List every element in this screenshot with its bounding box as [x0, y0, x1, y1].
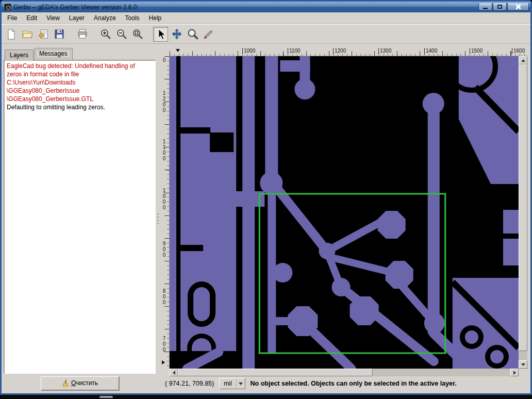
- ruler-label: 800: [161, 288, 167, 305]
- open-button[interactable]: [20, 27, 35, 42]
- chevron-down-icon: [239, 383, 243, 385]
- message-line: C:\Users\Yuri\Downloads: [7, 78, 153, 87]
- ruler-label: 1200: [333, 48, 346, 54]
- horizontal-scroll-thumb[interactable]: [178, 369, 373, 376]
- minimize-icon: [483, 8, 488, 9]
- minimize-button[interactable]: [478, 3, 492, 11]
- titlebar[interactable]: Gerbv -- gEDA's Gerber Viewer version 2.…: [2, 2, 530, 12]
- ruler-label: 1400: [424, 48, 437, 54]
- ruler-label: 1500: [470, 48, 483, 54]
- ruler-label: 1100: [288, 48, 301, 54]
- units-combobox[interactable]: mil: [219, 378, 245, 389]
- open-folder-icon: [22, 28, 33, 40]
- ruler-label: 1100: [161, 139, 167, 161]
- zoom-out-icon: [116, 28, 127, 40]
- menu-edit[interactable]: Edit: [22, 13, 42, 23]
- pan-tool-button[interactable]: [169, 27, 184, 42]
- menu-help[interactable]: Help: [144, 13, 167, 23]
- zoom-in-icon: [100, 28, 111, 40]
- tab-messages[interactable]: Messages: [34, 48, 73, 60]
- close-button[interactable]: [507, 3, 529, 11]
- ruler-label: 1300: [378, 48, 391, 54]
- ruler-label: 1000: [242, 48, 255, 54]
- ruler-label: 1200: [161, 90, 167, 113]
- scroll-left-button[interactable]: [170, 369, 178, 376]
- ruler-label: 1000: [161, 188, 167, 210]
- print-icon: [77, 28, 88, 40]
- maximize-icon: [497, 5, 502, 9]
- close-icon: [516, 4, 521, 9]
- scroll-right-button[interactable]: [510, 369, 519, 376]
- new-button[interactable]: [4, 27, 19, 42]
- arrow-down-icon: [521, 363, 525, 366]
- arrow-right-icon: [513, 371, 516, 375]
- side-panel-tabs: Layers Messages: [4, 48, 156, 60]
- vertical-scrollbar[interactable]: [519, 56, 527, 369]
- horizontal-scrollbar[interactable]: [170, 369, 519, 376]
- horizontal-ruler: 1000 1100 1200 1300 1400 1500 1600: [170, 48, 527, 56]
- pointer-tool-button[interactable]: [153, 27, 168, 42]
- tab-layers[interactable]: Layers: [5, 49, 34, 60]
- panel-splitter[interactable]: [156, 44, 160, 393]
- status-message: No object selected. Objects can only be …: [251, 380, 457, 387]
- scroll-trough[interactable]: [519, 351, 527, 360]
- ruler-label: 900: [161, 241, 167, 258]
- save-icon: [54, 28, 65, 40]
- taskbar-item[interactable]: [99, 396, 113, 398]
- menu-view[interactable]: View: [42, 13, 64, 23]
- zoom-in-button[interactable]: [98, 27, 113, 42]
- message-line: \GGEasy080_GerberIssue.GTL: [7, 95, 153, 103]
- maximize-button[interactable]: [493, 3, 507, 11]
- measure-tool-button[interactable]: [201, 27, 216, 42]
- revert-button[interactable]: [36, 27, 51, 42]
- clear-button-label: Очистить: [71, 379, 98, 387]
- zoom-tool-button[interactable]: [185, 27, 200, 42]
- menu-file[interactable]: File: [3, 13, 22, 23]
- save-button[interactable]: [52, 27, 66, 42]
- cursor-coordinates: ( 974.21, 709.85): [165, 380, 214, 387]
- toolbar-separator: [68, 34, 74, 35]
- view-area: 1000 1100 1200 1300 1400 1500 1600 0 120…: [160, 44, 530, 393]
- arrow-left-icon: [173, 371, 175, 375]
- statusbar: ( 974.21, 709.85) mil No object selected…: [161, 376, 527, 392]
- new-file-icon: [6, 28, 17, 40]
- arrow-up-icon: [521, 59, 525, 62]
- pcb-artwork: [170, 56, 519, 369]
- ruler-corner: [161, 48, 170, 56]
- scroll-trough[interactable]: [373, 369, 510, 376]
- window-title: Gerbv -- gEDA's Gerber Viewer version 2.…: [13, 4, 478, 11]
- ruler-label: 700: [161, 336, 167, 353]
- vertical-ruler: 0 1200 1100 1000 900 800 700: [161, 56, 170, 369]
- toolbar-separator: [146, 34, 152, 35]
- ruler-marker-icon: [162, 360, 165, 364]
- message-line: EagleCad bug detected: Undefined handlin…: [7, 62, 153, 70]
- message-line: zeros in format code in file: [7, 70, 153, 78]
- ruler-label: 0: [161, 57, 167, 63]
- print-button[interactable]: [75, 27, 90, 42]
- combo-arrow[interactable]: [236, 378, 245, 389]
- side-panel: Layers Messages EagleCad bug detected: U…: [2, 44, 156, 393]
- menu-tools[interactable]: Tools: [121, 13, 144, 23]
- main-area: Layers Messages EagleCad bug detected: U…: [2, 44, 530, 393]
- app-window: Gerbv -- gEDA's Gerber Viewer version 2.…: [0, 0, 532, 395]
- scroll-down-button[interactable]: [519, 360, 527, 369]
- scroll-up-button[interactable]: [519, 56, 527, 64]
- toolbar: [2, 24, 530, 44]
- ruler-label: 1600: [512, 48, 525, 54]
- vertical-scroll-thumb[interactable]: [519, 64, 527, 351]
- pcb-canvas[interactable]: [170, 56, 519, 369]
- revert-icon: [38, 28, 49, 40]
- app-icon: [4, 4, 11, 11]
- screen: Gerbv -- gEDA's Gerber Viewer version 2.…: [0, 0, 532, 399]
- toolbar-separator: [91, 34, 97, 35]
- pan-icon: [171, 28, 182, 40]
- messages-list: EagleCad bug detected: Undefined handlin…: [4, 60, 156, 374]
- zoom-fit-button[interactable]: [130, 27, 145, 42]
- pointer-icon: [155, 28, 167, 40]
- menubar: File Edit View Layer Analyze Tools Help: [2, 12, 530, 24]
- zoom-out-button[interactable]: [114, 27, 129, 42]
- broom-icon: [61, 379, 69, 387]
- menu-layer[interactable]: Layer: [64, 13, 89, 23]
- menu-analyze[interactable]: Analyze: [89, 13, 121, 23]
- clear-messages-button[interactable]: Очистить: [41, 376, 119, 390]
